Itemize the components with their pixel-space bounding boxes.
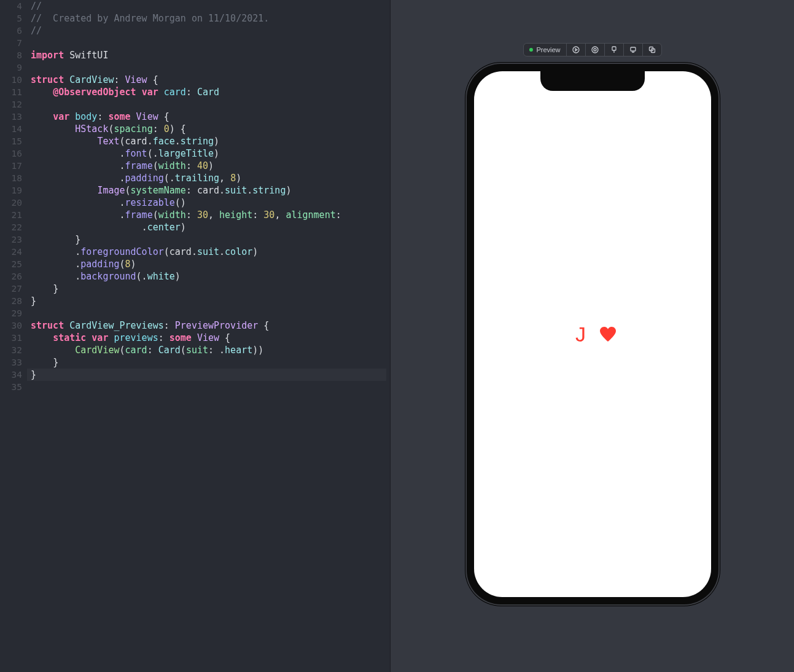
device-notch (540, 71, 645, 91)
line-number: 7 (0, 37, 22, 49)
line-number: 22 (0, 221, 22, 233)
code-line[interactable]: static var previews: some View { (31, 332, 390, 344)
code-editor[interactable]: 4567891011121314151617181920212223242526… (0, 0, 391, 672)
svg-rect-3 (612, 47, 616, 50)
line-number: 29 (0, 307, 22, 319)
line-number: 18 (0, 172, 22, 184)
line-number: 32 (0, 344, 22, 356)
code-line[interactable] (31, 381, 390, 393)
line-number: 17 (0, 160, 22, 172)
running-indicator-icon (529, 48, 532, 52)
line-number: 13 (0, 111, 22, 123)
line-number: 25 (0, 258, 22, 270)
card-view-preview: J (569, 322, 617, 346)
line-number: 24 (0, 246, 22, 258)
code-line[interactable]: @ObservedObject var card: Card (31, 86, 390, 98)
line-number: 9 (0, 61, 22, 74)
preview-mode-button[interactable]: Preview (523, 44, 566, 56)
pin-icon (610, 46, 618, 53)
svg-point-2 (594, 49, 596, 51)
line-number: 30 (0, 319, 22, 332)
heart-icon (599, 326, 617, 342)
line-number: 16 (0, 147, 22, 160)
device-settings-button[interactable] (624, 44, 643, 56)
line-number: 6 (0, 25, 22, 37)
line-number: 23 (0, 233, 22, 246)
line-number: 27 (0, 283, 22, 295)
line-number: 10 (0, 74, 22, 86)
variants-icon (591, 46, 599, 53)
code-line[interactable]: .resizable() (31, 197, 390, 209)
variants-button[interactable] (586, 44, 605, 56)
code-line[interactable]: Text(card.face.string) (31, 135, 390, 147)
device-screen[interactable]: J (474, 71, 711, 597)
code-line[interactable]: // (31, 0, 390, 12)
line-number: 35 (0, 381, 22, 393)
line-number: 5 (0, 12, 22, 25)
code-line[interactable]: .center) (31, 221, 390, 233)
live-preview-button[interactable] (567, 44, 586, 56)
line-number: 14 (0, 123, 22, 135)
code-line[interactable]: HStack(spacing: 0) { (31, 123, 390, 135)
code-line[interactable] (31, 37, 390, 49)
code-line[interactable] (31, 98, 390, 111)
code-line[interactable]: .foregroundColor(card.suit.color) (31, 246, 390, 258)
code-line[interactable]: struct CardView_Previews: PreviewProvide… (31, 319, 390, 332)
code-line[interactable]: // Created by Andrew Morgan on 11/10/202… (31, 12, 390, 25)
code-line[interactable] (31, 307, 390, 319)
card-face-label: J (569, 322, 593, 346)
code-line[interactable]: CardView(card: Card(suit: .heart)) (31, 344, 390, 356)
code-line[interactable]: .frame(width: 30, height: 30, alignment: (31, 209, 390, 221)
duplicate-preview-button[interactable] (643, 44, 661, 56)
line-number: 11 (0, 86, 22, 98)
code-line[interactable]: } (31, 356, 390, 369)
live-icon (572, 46, 580, 53)
preview-pane: Preview J (391, 0, 794, 672)
code-line[interactable]: } (27, 369, 386, 381)
pin-preview-button[interactable] (605, 44, 624, 56)
svg-point-1 (592, 47, 598, 53)
line-number: 8 (0, 49, 22, 61)
device-icon (629, 46, 637, 53)
line-number: 31 (0, 332, 22, 344)
svg-rect-4 (631, 47, 636, 51)
code-line[interactable]: Image(systemName: card.suit.string) (31, 184, 390, 197)
line-number: 4 (0, 0, 22, 12)
code-line[interactable]: } (31, 295, 390, 307)
code-line[interactable]: .background(.white) (31, 270, 390, 283)
code-line[interactable]: // (31, 25, 390, 37)
code-line[interactable]: var body: some View { (31, 111, 390, 123)
code-area[interactable]: //// Created by Andrew Morgan on 11/10/2… (27, 0, 390, 672)
preview-toolbar: Preview (523, 43, 661, 57)
code-line[interactable]: } (31, 283, 390, 295)
code-line[interactable]: .font(.largeTitle) (31, 147, 390, 160)
code-line[interactable]: } (31, 233, 390, 246)
line-number: 33 (0, 356, 22, 369)
preview-label: Preview (536, 46, 560, 53)
line-number: 19 (0, 184, 22, 197)
duplicate-icon (648, 46, 656, 53)
code-line[interactable]: .padding(8) (31, 258, 390, 270)
line-number: 12 (0, 98, 22, 111)
svg-point-0 (573, 47, 579, 53)
code-line[interactable]: struct CardView: View { (31, 74, 390, 86)
line-number-gutter: 4567891011121314151617181920212223242526… (0, 0, 27, 672)
code-line[interactable]: .frame(width: 40) (31, 160, 390, 172)
line-number: 26 (0, 270, 22, 283)
device-frame: J (465, 63, 720, 606)
line-number: 20 (0, 197, 22, 209)
line-number: 15 (0, 135, 22, 147)
code-line[interactable]: import SwiftUI (31, 49, 390, 61)
line-number: 21 (0, 209, 22, 221)
line-number: 28 (0, 295, 22, 307)
code-line[interactable]: .padding(.trailing, 8) (31, 172, 390, 184)
code-line[interactable] (31, 61, 390, 74)
line-number: 34 (0, 369, 22, 381)
